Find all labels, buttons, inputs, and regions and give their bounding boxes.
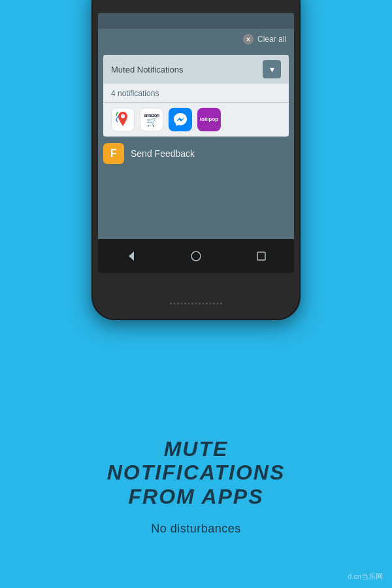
subtitle-text: No disturbances — [26, 522, 366, 536]
phone-body: × Clear all Muted Notifications ▾ 4 noti… — [91, 0, 301, 320]
svg-rect-3 — [257, 252, 265, 260]
home-nav-icon[interactable] — [188, 248, 204, 264]
app-icon-lollipop[interactable]: lollipop — [197, 108, 221, 131]
svg-point-0 — [121, 114, 125, 118]
clear-all-bar[interactable]: × Clear all — [98, 29, 294, 50]
phone-device: × Clear all Muted Notifications ▾ 4 noti… — [91, 0, 301, 320]
svg-marker-1 — [129, 252, 134, 261]
headline-line3: FROM APPS — [128, 485, 263, 508]
phone-speaker-grille — [170, 299, 222, 307]
nav-bar — [98, 239, 294, 273]
notification-title: Muted Notifications — [111, 65, 184, 74]
notification-header[interactable]: Muted Notifications ▾ — [103, 55, 289, 84]
notification-card: Muted Notifications ▾ 4 notifications — [103, 55, 289, 137]
bottom-section: MUTE NOTIFICATIONS FROM APPS No disturba… — [0, 437, 392, 536]
headline-line1: MUTE — [164, 437, 229, 461]
app-icon-amazon[interactable]: amazon 🛒 — [140, 108, 163, 131]
clear-all-icon: × — [243, 34, 253, 44]
feedback-section[interactable]: F Send Feedback — [103, 143, 289, 164]
chevron-down-icon[interactable]: ▾ — [263, 60, 281, 78]
status-bar — [98, 13, 294, 29]
recent-nav-icon[interactable] — [253, 248, 269, 264]
clear-all-text[interactable]: Clear all — [257, 35, 286, 44]
back-nav-icon[interactable] — [123, 248, 139, 264]
headline-text: MUTE NOTIFICATIONS FROM APPS — [26, 437, 366, 509]
svg-point-2 — [191, 252, 201, 261]
notification-apps: amazon 🛒 lollipop — [103, 103, 289, 137]
feedback-icon: F — [103, 143, 124, 164]
feedback-label: Send Feedback — [131, 148, 195, 159]
watermark: d.cn当乐网 — [348, 572, 383, 581]
app-icon-messenger[interactable] — [169, 108, 192, 131]
headline-line2: NOTIFICATIONS — [107, 461, 286, 484]
app-icon-maps[interactable] — [111, 108, 135, 131]
phone-screen: × Clear all Muted Notifications ▾ 4 noti… — [98, 13, 294, 273]
notification-count: 4 notifications — [103, 84, 289, 103]
